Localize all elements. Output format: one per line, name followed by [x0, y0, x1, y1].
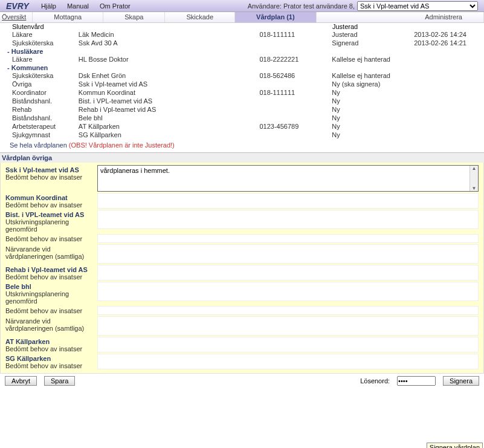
cancel-button[interactable]: Avbryt [5, 376, 37, 386]
menu-manual[interactable]: Manual [67, 2, 89, 10]
scrollbar[interactable]: ▲▼ [469, 166, 478, 191]
care-status: Ny [332, 114, 414, 122]
care-role: Biståndshanl. [12, 97, 79, 105]
form-block-sublabel: Utskrivningsplanering genomförd [5, 290, 97, 305]
form-block: AT KällparkenBedömt behov av insatser [5, 337, 479, 352]
scroll-up-icon[interactable]: ▲ [472, 166, 477, 171]
tab-overview[interactable]: Översikt [0, 12, 33, 22]
assessment-textarea[interactable]: vårdplaneras i hemmet.▲▼ [97, 165, 479, 192]
care-role: Biståndshanl. [12, 114, 79, 122]
care-unit: Ssk i Vpl-teamet vid AS [79, 80, 260, 88]
care-timestamp [414, 122, 480, 131]
form-block-sublabel: Bedömt behov av insatser [5, 307, 97, 314]
readonly-field [97, 234, 479, 243]
unit-dropdown[interactable]: Ssk i Vpl-teamet vid AS [357, 1, 478, 11]
care-unit: Ssk Avd 30 A [79, 39, 260, 47]
readonly-field [97, 306, 479, 315]
form-block: Bedömt behov av insatser [5, 306, 479, 315]
care-phone [259, 131, 332, 139]
care-phone: 018-2222221 [259, 55, 332, 63]
menu-help[interactable]: Hjälp [41, 2, 56, 10]
care-phone: 018-562486 [259, 71, 332, 80]
care-overview: Slutenvård Justerad LäkareLäk Medicin018… [0, 23, 484, 152]
care-phone: 0123-456789 [259, 122, 332, 131]
readonly-field [97, 316, 479, 336]
form-block: SG KällparkenBedömt behov av insatser [5, 354, 479, 369]
care-timestamp [414, 71, 480, 80]
form-labels: AT KällparkenBedömt behov av insatser [5, 337, 97, 352]
care-phone: 018-111111 [259, 30, 332, 39]
form-block-sublabel: Bedömt behov av insatser [5, 174, 97, 181]
care-unit: SG Källparken [79, 131, 260, 139]
care-timestamp [414, 97, 480, 105]
care-role: Läkare [12, 55, 79, 63]
care-row: ArbetsterapeutAT Källparken0123-456789Ny [4, 122, 480, 131]
care-role: Koordinator [12, 88, 79, 97]
form-block-heading: Ssk i Vpl-teamet vid AS [5, 166, 97, 174]
care-row: SjukgymnastSG KällparkenNy [4, 131, 480, 139]
see-full-plan-link[interactable]: Se hela vårdplanen (OBS! Vårdplanen är i… [4, 139, 480, 150]
care-unit: Läk Medicin [79, 30, 260, 39]
care-unit: Rehab i Vpl-teamet vid AS [79, 105, 260, 114]
readonly-field [97, 193, 479, 209]
form-block: Närvarande vid vårdplaneringen (samtliga… [5, 244, 479, 264]
form-block-heading: Rehab i Vpl-teamet vid AS [5, 266, 97, 273]
readonly-field [97, 282, 479, 301]
form-labels: SG KällparkenBedömt behov av insatser [5, 354, 97, 369]
care-timestamp [414, 80, 480, 88]
care-unit: Bele bhl [79, 114, 260, 122]
form-block: Närvarande vid vårdplaneringen (samtliga… [5, 316, 479, 336]
care-status: Kallelse ej hanterad [332, 55, 414, 63]
care-role: Slutenvård [12, 23, 79, 30]
tab-sent[interactable]: Skickade [165, 12, 235, 22]
form-block-sublabel: Bedömt behov av insatser [5, 201, 97, 209]
care-unit: AT Källparken [79, 122, 260, 131]
readonly-field [97, 210, 479, 229]
care-status: Ny [332, 122, 414, 131]
care-unit: Dsk Enhet Grön [79, 71, 260, 80]
care-status: Ny (ska signera) [332, 80, 414, 88]
care-group-heading: Kommunen [4, 63, 480, 71]
form-block-heading: Bele bhl [5, 283, 97, 290]
tab-create[interactable]: Skapa [103, 12, 165, 22]
form-block: Kommun KoordinatBedömt behov av insatser [5, 193, 479, 209]
scroll-down-icon[interactable]: ▼ [472, 186, 477, 191]
sign-button[interactable]: Signera [443, 376, 479, 386]
password-input[interactable] [397, 376, 436, 386]
care-status: Ny [332, 97, 414, 105]
form-block-sublabel: Bedömt behov av insatser [5, 273, 97, 281]
form-labels: Bedömt behov av insatser [5, 306, 97, 315]
form-block: Bist. i VPL-teamet vid ASUtskrivningspla… [5, 210, 479, 233]
save-button[interactable]: Spara [44, 376, 75, 386]
form-labels: Kommun KoordinatBedömt behov av insatser [5, 193, 97, 209]
care-role: Arbetsterapeut [12, 122, 79, 131]
form-block: Bedömt behov av insatser [5, 234, 479, 243]
care-row: ÖvrigaSsk i Vpl-teamet vid ASNy (ska sig… [4, 80, 480, 88]
password-label: Lösenord: [360, 377, 390, 385]
form-block-sublabel: Bedömt behov av insatser [5, 235, 97, 242]
tab-careplan[interactable]: Vårdplan (1) [235, 12, 317, 22]
careplan-form: Ssk i Vpl-teamet vid ASBedömt behov av i… [0, 163, 484, 374]
page-tabs: Översikt Mottagna Skapa Skickade Vårdpla… [0, 12, 484, 23]
care-timestamp: 2013-02-26 14:24 [414, 30, 480, 39]
care-status: Kallelse ej hanterad [332, 71, 414, 80]
care-status: Justerad [332, 30, 414, 39]
menu-about[interactable]: Om Prator [100, 2, 131, 10]
care-role: Rehab [12, 105, 79, 114]
form-labels: Närvarande vid vårdplaneringen (samtliga… [5, 316, 97, 336]
form-labels: Bedömt behov av insatser [5, 234, 97, 243]
care-phone [259, 80, 332, 88]
care-row: Biståndshanl.Bele bhlNy [4, 114, 480, 122]
tab-admin[interactable]: Administrera [404, 12, 484, 22]
tab-received[interactable]: Mottagna [33, 12, 103, 22]
care-phone: 018-111111 [259, 88, 332, 97]
care-timestamp [414, 114, 480, 122]
user-label: Användare: Prator test användare 8, [248, 2, 355, 10]
form-block-heading: AT Källparken [5, 338, 97, 345]
form-block-sublabel: Bedömt behov av insatser [5, 345, 97, 352]
top-menu-bar: EVRY Hjälp Manual Om Prator Användare: P… [0, 0, 484, 12]
care-timestamp [414, 88, 480, 97]
care-timestamp [414, 55, 480, 63]
care-status: Ny [332, 105, 414, 114]
care-phone [259, 114, 332, 122]
